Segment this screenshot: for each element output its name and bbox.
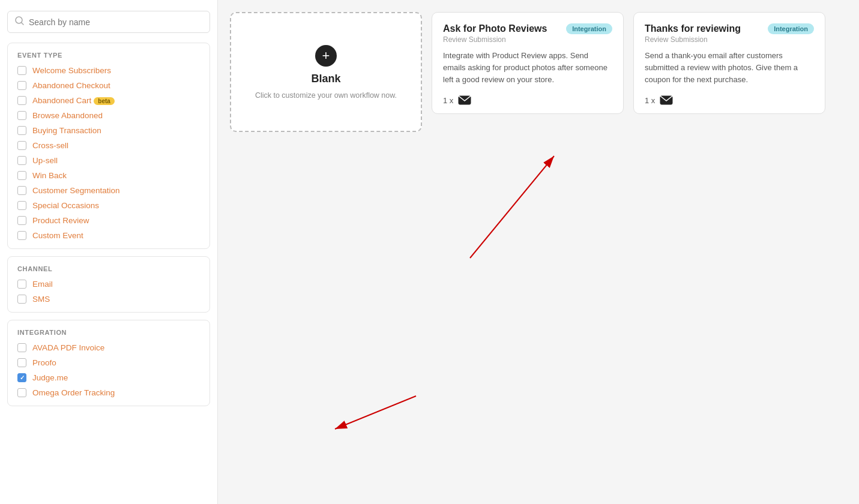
sidebar: EVENT TYPE Welcome Subscribers Abandoned… (0, 0, 218, 504)
card-title-ask-for-photo-reviews: Ask for Photo Reviews (443, 23, 560, 34)
card-footer-ask-for-photo-reviews: 1 x (443, 95, 612, 105)
event-type-up-sell[interactable]: Up-sell (17, 156, 200, 165)
event-type-customer-segmentation[interactable]: Customer Segmentation (17, 186, 200, 195)
event-types-list: Welcome Subscribers Abandoned Checkout A… (17, 66, 200, 240)
label-email: Email (32, 280, 53, 289)
channel-sms[interactable]: SMS (17, 295, 200, 304)
integration-badge-ask-for-photo-reviews: Integration (566, 23, 612, 34)
card-title-thanks-for-reviewing: Thanks for reviewing (645, 23, 762, 34)
beta-badge: beta (94, 97, 115, 105)
search-box[interactable] (7, 11, 210, 33)
search-icon (15, 16, 24, 28)
blank-card-icon: + (315, 45, 337, 67)
checkbox-email[interactable] (17, 280, 26, 289)
event-type-special-occasions[interactable]: Special Occasions (17, 201, 200, 210)
event-type-win-back[interactable]: Win Back (17, 171, 200, 180)
label-omega-order-tracking: Omega Order Tracking (32, 388, 115, 397)
label-cross-sell: Cross-sell (32, 141, 68, 150)
checkbox-win-back[interactable] (17, 171, 26, 180)
label-welcome-subscribers: Welcome Subscribers (32, 66, 111, 75)
event-type-welcome-subscribers[interactable]: Welcome Subscribers (17, 66, 200, 75)
label-browse-abandoned: Browse Abandoned (32, 111, 103, 120)
blank-card[interactable]: + Blank Click to customize your own work… (230, 12, 422, 132)
label-proofo: Proofo (32, 358, 56, 367)
blank-card-title: Blank (311, 73, 340, 85)
integrations-list: AVADA PDF Invoice Proofo Judge.me Omega … (17, 343, 200, 397)
workflow-card-thanks-for-reviewing[interactable]: Thanks for reviewing Review Submission I… (633, 12, 825, 114)
checkbox-special-occasions[interactable] (17, 201, 26, 210)
integration-badge-thanks-for-reviewing: Integration (768, 23, 814, 34)
plus-icon: + (322, 49, 330, 62)
checkbox-up-sell[interactable] (17, 156, 26, 165)
event-type-buying-transaction[interactable]: Buying Transaction (17, 126, 200, 135)
checkbox-sms[interactable] (17, 295, 26, 304)
checkbox-proofo[interactable] (17, 358, 26, 367)
checkbox-custom-event[interactable] (17, 231, 26, 240)
integration-label: INTEGRATION (17, 329, 200, 336)
integration-avada-pdf-invoice[interactable]: AVADA PDF Invoice (17, 343, 200, 352)
checkbox-product-review[interactable] (17, 216, 26, 225)
search-input[interactable] (29, 17, 202, 27)
card-title-group-thanks-for-reviewing: Thanks for reviewing Review Submission (645, 23, 762, 44)
label-abandoned-checkout: Abandoned Checkout (32, 81, 110, 90)
event-type-section: EVENT TYPE Welcome Subscribers Abandoned… (7, 43, 210, 249)
card-count-ask-for-photo-reviews: 1 x (443, 96, 453, 105)
card-header-thanks-for-reviewing: Thanks for reviewing Review Submission I… (645, 23, 814, 44)
checkbox-cross-sell[interactable] (17, 141, 26, 150)
label-special-occasions: Special Occasions (32, 201, 99, 210)
card-count-thanks-for-reviewing: 1 x (645, 96, 655, 105)
checkbox-avada-pdf-invoice[interactable] (17, 343, 26, 352)
event-type-custom-event[interactable]: Custom Event (17, 231, 200, 240)
event-type-cross-sell[interactable]: Cross-sell (17, 141, 200, 150)
checkbox-abandoned-checkout[interactable] (17, 81, 26, 90)
integration-omega-order-tracking[interactable]: Omega Order Tracking (17, 388, 200, 397)
checkbox-omega-order-tracking[interactable] (17, 388, 26, 397)
label-buying-transaction: Buying Transaction (32, 126, 101, 135)
card-header-ask-for-photo-reviews: Ask for Photo Reviews Review Submission … (443, 23, 612, 44)
label-up-sell: Up-sell (32, 156, 58, 165)
mail-icon-ask-for-photo-reviews (458, 95, 471, 105)
integration-proofo[interactable]: Proofo (17, 358, 200, 367)
event-type-label: EVENT TYPE (17, 52, 200, 59)
label-customer-segmentation: Customer Segmentation (32, 186, 120, 195)
label-custom-event: Custom Event (32, 231, 83, 240)
workflow-cards-container: Ask for Photo Reviews Review Submission … (432, 12, 825, 114)
cards-grid: + Blank Click to customize your own work… (230, 12, 847, 132)
mail-icon-thanks-for-reviewing (660, 95, 673, 105)
channel-label: CHANNEL (17, 265, 200, 272)
workflow-card-ask-for-photo-reviews[interactable]: Ask for Photo Reviews Review Submission … (432, 12, 624, 114)
label-product-review: Product Review (32, 216, 89, 225)
main-scroll: + Blank Click to customize your own work… (218, 0, 859, 504)
checkbox-abandoned-cart[interactable] (17, 96, 26, 105)
checkbox-buying-transaction[interactable] (17, 126, 26, 135)
card-description-thanks-for-reviewing: Send a thank-you email after customers s… (645, 50, 814, 86)
channel-email[interactable]: Email (17, 280, 200, 289)
checkbox-welcome-subscribers[interactable] (17, 66, 26, 75)
checkbox-browse-abandoned[interactable] (17, 111, 26, 120)
checkbox-customer-segmentation[interactable] (17, 186, 26, 195)
channel-section: CHANNEL Email SMS (7, 256, 210, 313)
svg-line-1 (22, 23, 24, 25)
event-type-abandoned-checkout[interactable]: Abandoned Checkout (17, 81, 200, 90)
event-type-product-review[interactable]: Product Review (17, 216, 200, 225)
card-subtitle-ask-for-photo-reviews: Review Submission (443, 35, 560, 44)
label-sms: SMS (32, 295, 50, 304)
integration-judge-me[interactable]: Judge.me (17, 373, 200, 382)
card-footer-thanks-for-reviewing: 1 x (645, 95, 814, 105)
checkbox-judge-me[interactable] (17, 373, 26, 382)
card-subtitle-thanks-for-reviewing: Review Submission (645, 35, 762, 44)
label-abandoned-cart: Abandoned Cartbeta (32, 96, 115, 105)
integration-section: INTEGRATION AVADA PDF Invoice Proofo Jud… (7, 320, 210, 406)
label-avada-pdf-invoice: AVADA PDF Invoice (32, 343, 104, 352)
card-title-group-ask-for-photo-reviews: Ask for Photo Reviews Review Submission (443, 23, 560, 44)
event-type-abandoned-cart[interactable]: Abandoned Cartbeta (17, 96, 200, 105)
channels-list: Email SMS (17, 280, 200, 304)
event-type-browse-abandoned[interactable]: Browse Abandoned (17, 111, 200, 120)
label-win-back: Win Back (32, 171, 67, 180)
card-description-ask-for-photo-reviews: Integrate with Product Review apps. Send… (443, 50, 612, 86)
main-area: + Blank Click to customize your own work… (218, 0, 859, 504)
label-judge-me: Judge.me (32, 373, 68, 382)
blank-card-subtitle: Click to customize your own workflow now… (255, 91, 397, 100)
